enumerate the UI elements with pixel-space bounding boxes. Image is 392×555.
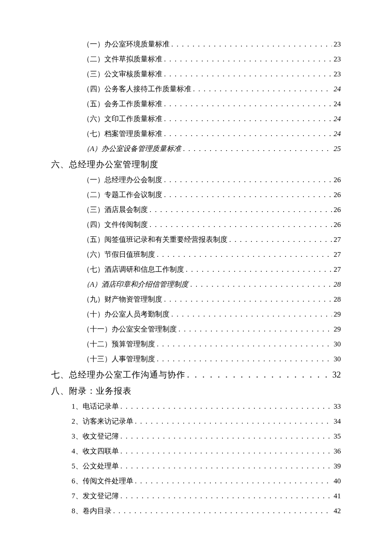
toc-entry-label: 4、收文四联单 xyxy=(72,447,119,455)
toc-entry-label: （九）财产物资管理制度 xyxy=(83,296,162,303)
toc-entry-label: （二）文件草拟质量标准 xyxy=(83,55,162,63)
toc-entry: （十一）办公室安全管理制度. . . . . . . . . . . . . .… xyxy=(51,325,341,333)
toc-leader-dots: . . . . . . . . . . . . . . . . . . . . … xyxy=(157,251,332,258)
toc-entry-label: 2、访客来访记录单 xyxy=(72,418,133,425)
toc-page-number: 29 xyxy=(334,311,341,318)
toc-page-number: 39 xyxy=(334,462,341,470)
toc-entry-label: （三）公文审核质量标准 xyxy=(83,70,162,78)
toc-page-number: 34 xyxy=(334,418,341,425)
toc-entry-label: （六）文印工作质量标准 xyxy=(83,115,162,122)
toc-entry: （一）总经理办公会制度. . . . . . . . . . . . . . .… xyxy=(51,176,341,183)
toc-page-number: 28 xyxy=(334,296,341,303)
toc-page-number: 24 xyxy=(334,100,341,108)
toc-page-number: 27 xyxy=(334,251,341,258)
toc-entry: （四）公务客人接待工作质量标准. . . . . . . . . . . . .… xyxy=(51,85,341,93)
toc-leader-dots: . . . . . . . . . . . . . . . . . . . . … xyxy=(150,221,332,228)
toc-entry: （A）办公室设备管理质量标准. . . . . . . . . . . . . … xyxy=(51,145,341,152)
toc-entry-label: （十二）预算管理制度 xyxy=(83,340,155,348)
toc-entry-label: 5、公文处理单 xyxy=(72,462,119,470)
toc-page-number: 27 xyxy=(334,266,341,273)
toc-entry: （十二）预算管理制度. . . . . . . . . . . . . . . … xyxy=(51,340,341,348)
toc-section-heading: 八、附录：业务报表 xyxy=(51,386,132,395)
toc-leader-dots: . . . . . . . . . . . . . . . . . . . . … xyxy=(164,191,332,198)
toc-entry: （一）办公室环境质量标准. . . . . . . . . . . . . . … xyxy=(51,41,341,48)
toc-leader-dots: . . . . . . . . . . . . . . . . . . . . … xyxy=(121,447,332,455)
toc-leader-dots: . . . . . . . . . . . . . . . . . . . . … xyxy=(186,266,332,273)
toc-leader-dots: . . . . . . . . . . . . . . . . . . . . … xyxy=(135,477,332,485)
toc-section-heading: 六、总经理办公室管理制度 xyxy=(51,160,159,169)
toc-page-number: 30 xyxy=(334,340,341,348)
toc-entry-label: （十）办公室人员考勤制度 xyxy=(83,311,170,318)
toc-entry-label: （七）档案管理质量标准 xyxy=(83,130,162,137)
toc-page-number: 33 xyxy=(334,403,341,410)
toc-entry: （二）文件草拟质量标准. . . . . . . . . . . . . . .… xyxy=(51,55,341,63)
toc-page-number: 28 xyxy=(334,281,341,288)
toc-page-number: 32 xyxy=(332,370,341,379)
toc-entry: （三）酒店晨会制度. . . . . . . . . . . . . . . .… xyxy=(51,206,341,213)
toc-entry: （五）会务工作质量标准. . . . . . . . . . . . . . .… xyxy=(51,100,341,108)
toc-section-heading: 七、总经理办公室工作沟通与协作 xyxy=(51,370,185,379)
toc-leader-dots: . . . . . . . . . . . . . . . . . . . . … xyxy=(171,41,332,48)
toc-entry: 八、附录：业务报表 xyxy=(51,386,341,395)
toc-leader-dots: . . . . . . . . . . . . . . . . . . . . … xyxy=(121,403,332,410)
toc-page-number: 23 xyxy=(334,70,341,78)
toc-leader-dots: . . . . . . . . . . . . . . . . . . . . … xyxy=(157,355,332,363)
toc-leader-dots: . . . . . . . . . . . . . . . . . . . . … xyxy=(229,236,332,243)
toc-entry-label: （一）总经理办公会制度 xyxy=(83,176,162,183)
toc-leader-dots: . . . . . . . . . . . . . . . . . . . . … xyxy=(164,100,332,108)
toc-entry: （九）财产物资管理制度. . . . . . . . . . . . . . .… xyxy=(51,296,341,303)
toc-entry: 7、发文登记簿. . . . . . . . . . . . . . . . .… xyxy=(51,492,341,500)
toc-page-number: 26 xyxy=(334,206,341,213)
toc-entry: （七）酒店调研和信息工作制度. . . . . . . . . . . . . … xyxy=(51,266,341,273)
toc-entry-label: （六）节假日值班制度 xyxy=(83,251,155,258)
toc-leader-dots: . . . . . . . . . . . . . . . . . . . . … xyxy=(121,462,332,470)
toc-leader-dots: . . . . . . . . . . . . . . . . . . . . … xyxy=(157,340,332,348)
toc-page-number: 23 xyxy=(334,41,341,48)
toc-entry: 4、收文四联单. . . . . . . . . . . . . . . . .… xyxy=(51,447,341,455)
toc-entry-label: 6、传阅文件处理单 xyxy=(72,477,133,485)
toc-leader-dots: . . . . . . . . . . . . . . . . . . . . … xyxy=(179,325,332,333)
toc-page-number: 41 xyxy=(334,492,341,500)
toc-entry-label: （五）会务工作质量标准 xyxy=(83,100,162,108)
toc-entry: （六）文印工作质量标准. . . . . . . . . . . . . . .… xyxy=(51,115,341,122)
toc-entry-label: （四）公务客人接待工作质量标准 xyxy=(83,85,191,93)
toc-entry: （十三）人事管理制度. . . . . . . . . . . . . . . … xyxy=(51,355,341,363)
toc-page-number: 25 xyxy=(334,145,341,152)
toc-leader-dots: . . . . . . . . . . . . . . . . . . . . … xyxy=(164,70,332,78)
toc-entry-label: 1、电话记录单 xyxy=(72,403,119,410)
toc-leader-dots: . . . . . . . . . . . . . . . . . . . . … xyxy=(164,55,332,63)
toc-entry-label: （五）阅签值班记录和有关重要经营报表制度 xyxy=(83,236,228,243)
toc-entry-label: 7、发文登记簿 xyxy=(72,492,119,500)
toc-entry-label: （三）酒店晨会制度 xyxy=(83,206,148,213)
toc-leader-dots: . . . . . . . . . . . . . . . . . . . . … xyxy=(190,281,332,288)
toc-leader-dots: . . . . . . . . . . . . . . . . . . . . … xyxy=(164,115,332,122)
toc-entry: 8、卷内目录. . . . . . . . . . . . . . . . . … xyxy=(51,507,341,514)
toc-entry-label: （一）办公室环境质量标准 xyxy=(83,41,170,48)
toc-page-number: 36 xyxy=(334,447,341,455)
toc-entry: （十）办公室人员考勤制度. . . . . . . . . . . . . . … xyxy=(51,311,341,318)
toc-leader-dots: . . . . . . . . . . . . . . . . . . . . … xyxy=(193,85,332,93)
toc-entry-label: （A）酒店印章和介绍信管理制度 xyxy=(83,281,188,288)
toc-leader-dots: . . . . . . . . . . . . . . . . . . . . … xyxy=(121,433,332,440)
table-of-contents: （一）办公室环境质量标准. . . . . . . . . . . . . . … xyxy=(51,41,341,514)
toc-leader-dots: . . . . . . . . . . . . . . . . . . . . … xyxy=(113,507,332,514)
toc-entry: 六、总经理办公室管理制度 xyxy=(51,160,341,169)
toc-leader-dots: . . . . . . . . . . . . . . . . . . . . … xyxy=(164,296,332,303)
toc-leader-dots: . . . . . . . . . . . . . . . . . . . . … xyxy=(187,370,331,379)
toc-entry: 6、传阅文件处理单. . . . . . . . . . . . . . . .… xyxy=(51,477,341,485)
toc-entry-label: （A）办公室设备管理质量标准 xyxy=(83,145,181,152)
toc-entry: （四）文件传阅制度. . . . . . . . . . . . . . . .… xyxy=(51,221,341,228)
toc-leader-dots: . . . . . . . . . . . . . . . . . . . . … xyxy=(171,311,332,318)
toc-leader-dots: . . . . . . . . . . . . . . . . . . . . … xyxy=(135,418,332,425)
toc-entry: 1、电话记录单. . . . . . . . . . . . . . . . .… xyxy=(51,403,341,410)
toc-entry-label: （二）专题工作会议制度 xyxy=(83,191,162,198)
toc-page-number: 24 xyxy=(334,115,341,122)
toc-entry-label: 3、收文登记簿 xyxy=(72,433,119,440)
toc-entry: （三）公文审核质量标准. . . . . . . . . . . . . . .… xyxy=(51,70,341,78)
toc-page-number: 24 xyxy=(334,130,341,137)
toc-page-number: 30 xyxy=(334,355,341,363)
toc-entry-label: （七）酒店调研和信息工作制度 xyxy=(83,266,184,273)
toc-page-number: 26 xyxy=(334,176,341,183)
toc-entry: （二）专题工作会议制度. . . . . . . . . . . . . . .… xyxy=(51,191,341,198)
toc-page-number: 40 xyxy=(334,477,341,485)
